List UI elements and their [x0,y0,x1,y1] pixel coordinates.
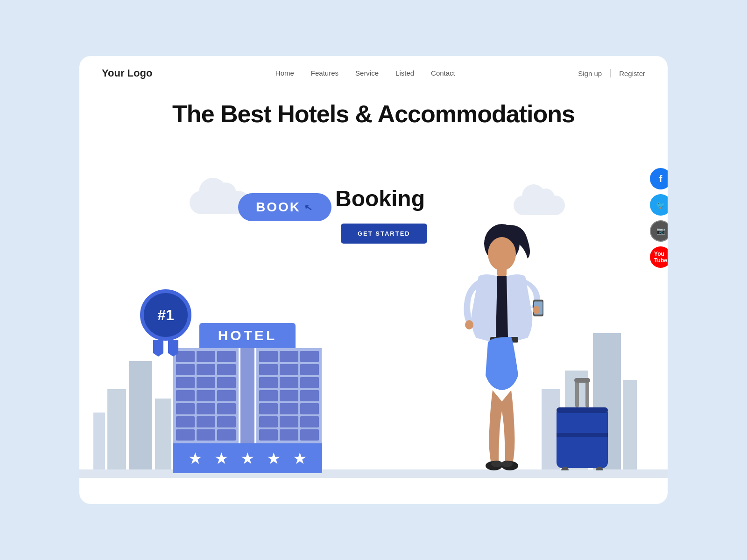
svg-rect-2 [497,267,507,276]
window [217,351,236,362]
window [217,390,236,401]
hotel-building: HOTEL [173,323,322,473]
window [176,416,195,427]
cursor-icon: ↖ [303,201,315,213]
nav-listed[interactable]: Listed [395,69,414,77]
svg-point-11 [501,461,513,467]
facebook-icon[interactable]: f [650,168,668,189]
window [259,390,278,401]
window [300,377,319,388]
window [280,364,298,375]
window [176,390,195,401]
nav-home[interactable]: Home [275,69,294,77]
hotel-sign: HOTEL [199,323,296,348]
star-4: ★ [267,449,281,468]
suitcase-svg [552,377,613,470]
rank-badge: #1 [140,289,191,357]
nav-service[interactable]: Service [355,69,379,77]
window [280,416,298,427]
window [217,377,236,388]
window [197,351,215,362]
window [197,416,215,427]
window [300,403,319,414]
book-label: BOOK [256,200,301,215]
nav-features[interactable]: Features [311,69,338,77]
star-2: ★ [214,449,228,468]
window [259,429,278,441]
window [280,390,298,401]
badge-label: #1 [157,307,174,324]
logo: Your Logo [102,67,152,79]
window [217,403,236,414]
nav-auth: Sign up Register [578,69,645,77]
window [259,377,278,388]
window [197,390,215,401]
window [176,364,195,375]
window [300,351,319,362]
window [217,364,236,375]
nav-divider [610,69,611,77]
hotel-rating: ★ ★ ★ ★ ★ [173,443,322,473]
window [197,377,215,388]
window [176,377,195,388]
window [259,416,278,427]
twitter-icon[interactable]: 🐦 [650,194,668,216]
window [259,351,278,362]
window [176,429,195,441]
star-1: ★ [188,449,202,468]
register-link[interactable]: Register [619,70,645,77]
svg-point-10 [491,461,502,467]
book-button[interactable]: BOOK ↖ [238,193,331,221]
instagram-icon[interactable]: 📷 [650,220,668,242]
hotel-wing-right [256,348,322,443]
person-svg [430,212,570,473]
badge-circle: #1 [140,289,191,341]
window [259,364,278,375]
hotel-body [173,348,322,443]
window [217,429,236,441]
badge-ribbon [140,340,191,357]
svg-rect-13 [585,379,589,407]
svg-point-6 [465,320,473,329]
svg-point-1 [488,237,516,271]
window [197,403,215,414]
window [176,403,195,414]
svg-rect-17 [557,433,608,437]
star-5: ★ [293,449,307,468]
svg-point-7 [533,306,540,314]
window [280,377,298,388]
window [300,429,319,441]
youtube-icon[interactable]: YouTube [650,246,668,268]
window [197,429,215,441]
window [300,390,319,401]
navbar: Your Logo Home Features Service Listed C… [79,56,668,91]
hotel-center [240,348,254,443]
window [197,364,215,375]
hero-title: The Best Hotels & Accommodations [117,100,630,128]
booking-heading: Booking [335,186,425,211]
window [280,429,298,441]
get-started-button[interactable]: GET STARTED [341,224,427,244]
suitcase [552,377,613,472]
window [300,364,319,375]
hero-section: The Best Hotels & Accommodations BOOK ↖ … [79,91,668,492]
ribbon-left [153,340,163,357]
star-3: ★ [240,449,254,468]
nav-contact[interactable]: Contact [431,69,455,77]
window [300,416,319,427]
social-bar: f 🐦 📷 YouTube [650,168,668,268]
svg-rect-14 [574,378,590,383]
window [280,403,298,414]
svg-rect-16 [557,407,608,413]
window [217,416,236,427]
svg-rect-12 [575,379,579,407]
window [280,351,298,362]
signup-link[interactable]: Sign up [578,70,602,77]
nav-links: Home Features Service Listed Contact [275,69,455,77]
main-card: Your Logo Home Features Service Listed C… [79,56,668,504]
hotel-wing-left [173,348,239,443]
ribbon-right [168,340,178,357]
person-illustration [430,212,570,473]
svg-rect-15 [557,407,608,468]
window [259,403,278,414]
